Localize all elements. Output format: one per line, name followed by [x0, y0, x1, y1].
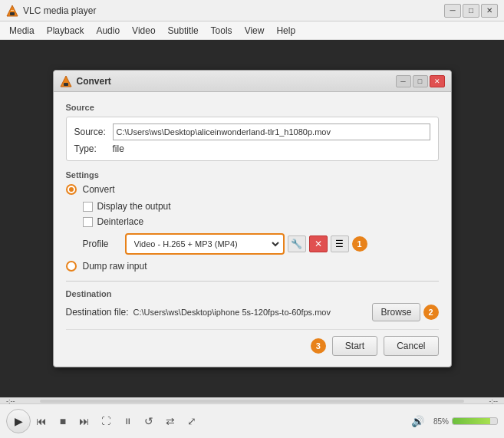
menu-help[interactable]: Help [270, 24, 301, 38]
badge-3: 3 [311, 338, 326, 354]
convert-radio[interactable] [66, 184, 77, 195]
extend-button[interactable]: ⤢ [181, 410, 203, 432]
volume-fill [453, 418, 490, 424]
start-button[interactable]: Start [332, 336, 377, 356]
profile-edit-button[interactable]: 🔧 [288, 235, 306, 252]
menu-bar: Media Playback Audio Video Subtitle Tool… [0, 21, 504, 40]
destination-section-label: Destination [66, 289, 439, 298]
convert-label: Convert [83, 184, 115, 195]
dump-raw-row[interactable]: Dump raw input [66, 261, 439, 272]
minimize-button[interactable]: ─ [444, 4, 461, 18]
profile-select[interactable]: Video - H.265 + MP3 (MP4) Video - H.264 … [128, 235, 282, 252]
deinterlace-row[interactable]: Deinterlace [83, 216, 439, 227]
deinterlace-label: Deinterlace [97, 216, 144, 227]
source-section: Source: Type: file [66, 117, 439, 161]
browse-button[interactable]: Browse [372, 303, 420, 321]
profile-select-wrapper: Video - H.265 + MP3 (MP4) Video - H.264 … [125, 233, 285, 255]
svg-rect-2 [11, 10, 14, 11]
next-button[interactable]: ⏭ [74, 410, 95, 432]
menu-audio[interactable]: Audio [90, 24, 126, 38]
stop-button[interactable]: ■ [52, 410, 74, 432]
frame-button[interactable]: ⏸ [117, 410, 138, 432]
menu-view[interactable]: View [239, 24, 271, 38]
dest-file-label: Destination file: [66, 307, 129, 318]
action-row: 3 Start Cancel [66, 329, 439, 356]
dialog-controls: ─ □ ✕ [396, 75, 445, 87]
cancel-button[interactable]: Cancel [384, 336, 438, 356]
dialog-icon [60, 75, 72, 87]
type-label: Type: [74, 143, 113, 154]
dump-raw-radio[interactable] [66, 261, 77, 272]
volume-percent: 85% [427, 417, 449, 426]
prev-button[interactable]: ⏮ [31, 410, 52, 432]
source-path-row: Source: [74, 123, 430, 140]
dialog-maximize-button[interactable]: □ [413, 75, 428, 87]
profile-delete-button[interactable]: ✕ [309, 235, 328, 252]
title-controls: ─ □ ✕ [444, 4, 498, 18]
convert-dialog: Convert ─ □ ✕ Source Source: Type: file [53, 70, 452, 367]
source-type-row: Type: file [74, 143, 430, 154]
svg-rect-4 [64, 83, 68, 86]
display-output-label: Display the output [97, 201, 171, 212]
profile-label: Profile [83, 239, 125, 249]
fullscreen-button[interactable]: ⛶ [95, 410, 117, 432]
settings-section: Convert Display the output Deinterlace P… [66, 184, 439, 272]
convert-options: Display the output Deinterlace [83, 201, 439, 227]
progress-bar-area: -:-- -:-- [0, 398, 504, 404]
source-section-label: Source [66, 103, 439, 112]
app-icon [6, 5, 18, 17]
menu-tools[interactable]: Tools [205, 24, 239, 38]
loop-button[interactable]: ↺ [138, 410, 160, 432]
play-button[interactable]: ▶ [6, 409, 31, 433]
volume-area: 🔊 85% [411, 415, 498, 427]
app-title: VLC media player [23, 5, 444, 16]
destination-section: Destination Destination file: C:\Users\w… [66, 281, 439, 321]
main-area: Convert ─ □ ✕ Source Source: Type: file [0, 40, 504, 397]
dialog-close-button[interactable]: ✕ [430, 75, 445, 87]
volume-bar[interactable] [452, 417, 498, 425]
maximize-button[interactable]: □ [463, 4, 479, 18]
svg-rect-1 [10, 12, 15, 15]
display-output-row[interactable]: Display the output [83, 201, 439, 212]
display-output-checkbox[interactable] [83, 202, 93, 212]
dump-raw-label: Dump raw input [83, 261, 147, 272]
source-label: Source: [74, 127, 113, 137]
time-right: -:-- [467, 397, 498, 405]
menu-subtitle[interactable]: Subtitle [162, 24, 205, 38]
volume-icon[interactable]: 🔊 [411, 415, 424, 427]
settings-section-label: Settings [66, 170, 439, 179]
profile-list-button[interactable]: ☰ [331, 235, 349, 252]
deinterlace-checkbox[interactable] [83, 217, 93, 227]
random-button[interactable]: ⇄ [160, 410, 181, 432]
dialog-body: Source Source: Type: file Settings Conve… [54, 92, 451, 367]
title-bar: VLC media player ─ □ ✕ [0, 0, 504, 21]
badge-1: 1 [352, 236, 367, 252]
dialog-title-bar: Convert ─ □ ✕ [54, 71, 451, 92]
menu-media[interactable]: Media [3, 24, 41, 38]
menu-video[interactable]: Video [126, 24, 161, 38]
dialog-minimize-button[interactable]: ─ [396, 75, 411, 87]
profile-row: Profile Video - H.265 + MP3 (MP4) Video … [83, 233, 439, 255]
dest-path-value: C:\Users\ws\Desktop\iphone 5s-120fps-to-… [133, 308, 368, 317]
convert-radio-row[interactable]: Convert [66, 184, 439, 195]
badge-2: 2 [423, 305, 439, 320]
close-button[interactable]: ✕ [481, 4, 498, 18]
time-left: -:-- [6, 397, 37, 405]
menu-playback[interactable]: Playback [41, 24, 91, 38]
bottom-bar: -:-- -:-- ▶ ⏮ ■ ⏭ ⛶ ⏸ ↺ ⇄ ⤢ 🔊 85% [0, 397, 504, 438]
progress-track[interactable] [40, 400, 464, 403]
controls-row: ▶ ⏮ ■ ⏭ ⛶ ⏸ ↺ ⇄ ⤢ 🔊 85% [0, 404, 504, 438]
type-value: file [113, 143, 430, 154]
destination-row: Destination file: C:\Users\ws\Desktop\ip… [66, 303, 439, 321]
source-path-input[interactable] [113, 123, 430, 140]
dialog-title: Convert [77, 76, 396, 87]
